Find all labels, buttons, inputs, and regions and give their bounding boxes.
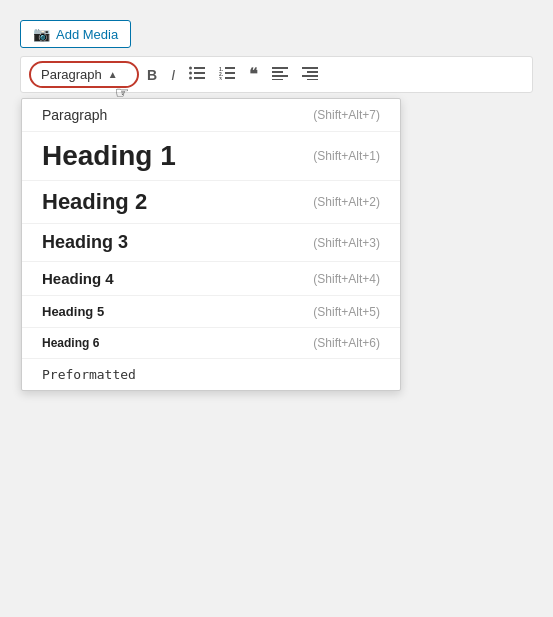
svg-rect-13 xyxy=(272,71,283,73)
add-media-icon: 📷 xyxy=(33,26,50,42)
add-media-button[interactable]: 📷 Add Media xyxy=(20,20,131,48)
paragraph-select-label: Paragraph xyxy=(41,67,102,82)
svg-rect-14 xyxy=(272,75,288,77)
dropdown-item-h3-shortcut: (Shift+Alt+3) xyxy=(313,236,380,250)
svg-text:3.: 3. xyxy=(219,76,224,80)
align-left-button[interactable] xyxy=(266,62,294,87)
dropdown-item-h2[interactable]: Heading 2(Shift+Alt+2) xyxy=(22,181,400,224)
svg-rect-1 xyxy=(194,67,205,69)
dropdown-item-paragraph-shortcut: (Shift+Alt+7) xyxy=(313,108,380,122)
dropdown-item-h6-shortcut: (Shift+Alt+6) xyxy=(313,336,380,350)
paragraph-dropdown-wrapper: Paragraph ▲ ☞ xyxy=(29,61,139,88)
svg-point-4 xyxy=(189,77,192,80)
editor-wrapper: 📷 Add Media Paragraph ▲ ☞ B I xyxy=(0,0,553,617)
dropdown-item-h1[interactable]: Heading 1(Shift+Alt+1) xyxy=(22,132,400,181)
svg-rect-9 xyxy=(225,72,235,74)
dropdown-item-h6[interactable]: Heading 6(Shift+Alt+6) xyxy=(22,328,400,359)
dropdown-item-h4-shortcut: (Shift+Alt+4) xyxy=(313,272,380,286)
align-right-button[interactable] xyxy=(296,62,324,87)
svg-rect-16 xyxy=(302,67,318,69)
svg-point-0 xyxy=(189,67,192,70)
format-toolbar-area: Paragraph ▲ ☞ B I 1. xyxy=(20,56,533,93)
svg-rect-11 xyxy=(225,77,235,79)
dropdown-item-h4[interactable]: Heading 4(Shift+Alt+4) xyxy=(22,262,400,296)
italic-button[interactable]: I xyxy=(165,64,181,86)
blockquote-button[interactable]: ❝ xyxy=(243,63,264,87)
svg-rect-12 xyxy=(272,67,288,69)
svg-rect-5 xyxy=(194,77,205,79)
svg-rect-19 xyxy=(307,79,318,80)
dropdown-item-pre[interactable]: Preformatted xyxy=(22,359,400,390)
dropdown-item-pre-label: Preformatted xyxy=(42,367,136,382)
svg-rect-3 xyxy=(194,72,205,74)
dropdown-item-h1-label: Heading 1 xyxy=(42,140,176,172)
top-toolbar: 📷 Add Media xyxy=(20,20,533,48)
dropdown-item-h5-label: Heading 5 xyxy=(42,304,104,319)
dropdown-arrow-icon: ▲ xyxy=(108,69,118,80)
dropdown-item-h3[interactable]: Heading 3(Shift+Alt+3) xyxy=(22,224,400,262)
svg-rect-17 xyxy=(307,71,318,73)
svg-rect-18 xyxy=(302,75,318,77)
bold-button[interactable]: B xyxy=(141,64,163,86)
svg-rect-7 xyxy=(225,67,235,69)
unordered-list-button[interactable] xyxy=(183,62,211,87)
format-toolbar: Paragraph ▲ ☞ B I 1. xyxy=(20,56,533,93)
svg-rect-15 xyxy=(272,79,283,80)
dropdown-item-h2-shortcut: (Shift+Alt+2) xyxy=(313,195,380,209)
dropdown-item-h5-shortcut: (Shift+Alt+5) xyxy=(313,305,380,319)
format-dropdown-menu: Paragraph(Shift+Alt+7)Heading 1(Shift+Al… xyxy=(21,98,401,391)
dropdown-item-h1-shortcut: (Shift+Alt+1) xyxy=(313,149,380,163)
svg-point-2 xyxy=(189,72,192,75)
dropdown-item-h4-label: Heading 4 xyxy=(42,270,114,287)
dropdown-item-paragraph-label: Paragraph xyxy=(42,107,107,123)
dropdown-item-h6-label: Heading 6 xyxy=(42,336,99,350)
dropdown-item-h2-label: Heading 2 xyxy=(42,189,147,215)
add-media-label: Add Media xyxy=(56,27,118,42)
ordered-list-button[interactable]: 1. 2. 3. xyxy=(213,62,241,87)
dropdown-item-paragraph[interactable]: Paragraph(Shift+Alt+7) xyxy=(22,99,400,132)
dropdown-item-h5[interactable]: Heading 5(Shift+Alt+5) xyxy=(22,296,400,328)
dropdown-item-h3-label: Heading 3 xyxy=(42,232,128,253)
